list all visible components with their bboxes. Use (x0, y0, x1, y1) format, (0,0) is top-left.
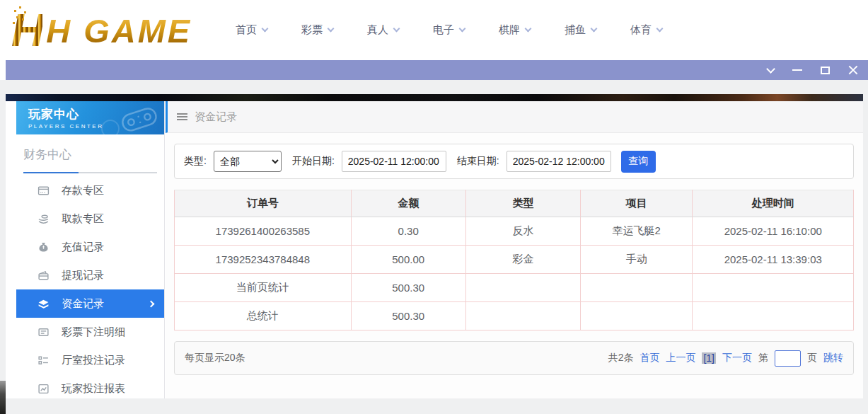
cell-label: 当前页统计 (175, 274, 352, 302)
site-logo[interactable]: H H GAME (11, 3, 192, 58)
search-button[interactable]: 查询 (621, 151, 656, 173)
cell-process-time: 2025-02-11 16:10:00 (693, 217, 854, 246)
app-window: 玩家中心 PLAYERS CENTER 财务中心 存款专区 (6, 101, 863, 398)
chevron-down-icon (328, 25, 335, 32)
total-count-text: 共2条 (608, 352, 634, 364)
sidebar-item-label: 资金记录 (62, 297, 104, 311)
sidebar-item-player-bet-report[interactable]: 玩家投注报表 (16, 374, 164, 403)
sidebar-item-lottery-bet-details[interactable]: 彩票下注明细 (16, 318, 164, 346)
cell-empty (581, 274, 693, 302)
cell-order-no: 1739252343784848 (175, 246, 352, 274)
sidebar-item-recharge-records[interactable]: 充值记录 (16, 233, 164, 261)
chevron-down-icon (262, 25, 269, 32)
page-heading-bar: 资金记录 (166, 101, 863, 133)
table-row-page-total: 当前页统计 500.30 (175, 274, 854, 302)
table-row-grand-total: 总统计 500.30 (175, 302, 854, 330)
records-table-wrap: 订单号 金额 类型 项目 处理时间 1739261400263585 0.30 (174, 190, 854, 330)
nav-item-fishing[interactable]: 捕鱼 (565, 23, 596, 37)
cell-amount: 0.30 (351, 217, 465, 246)
page-title: 资金记录 (195, 110, 237, 124)
hamburger-icon[interactable] (177, 113, 187, 115)
chart-report-icon (37, 383, 50, 395)
col-header-item: 项目 (581, 190, 693, 217)
end-date-input[interactable] (507, 151, 611, 172)
nav-item-home[interactable]: 首页 (236, 23, 267, 37)
sidebar-divider (23, 172, 157, 173)
page-number-input[interactable] (775, 350, 801, 367)
sidebar-item-withdrawal-records[interactable]: 提现记录 (16, 261, 164, 289)
cell-empty (581, 302, 693, 330)
col-header-process-time: 处理时间 (693, 190, 854, 217)
sidebar-item-withdraw-zone[interactable]: 取款专区 (16, 205, 164, 233)
window-minimize-icon[interactable] (792, 69, 802, 71)
sidebar-item-deposit-zone[interactable]: 存款专区 (16, 176, 164, 205)
sidebar-item-funds-records[interactable]: 资金记录 (16, 289, 164, 318)
background-photo-corner (0, 381, 6, 414)
cell-empty (693, 302, 854, 330)
chevron-down-icon (656, 25, 664, 32)
page: H H GAME 首页 彩票 真人 电子 棋牌 捕鱼 体育 玩家中心 PLAYE… (0, 0, 868, 414)
note-list-icon (37, 326, 50, 338)
chevron-down-icon (459, 25, 466, 32)
records-table: 订单号 金额 类型 项目 处理时间 1739261400263585 0.30 (174, 190, 854, 330)
sidebar-item-label: 彩票下注明细 (62, 326, 125, 339)
sidebar-menu: 存款专区 取款专区 充值记录 提现记录 资金记录 (16, 176, 164, 403)
start-date-label: 开始日期: (292, 155, 335, 168)
jump-link[interactable]: 跳转 (823, 352, 843, 364)
cell-item: 手动 (581, 246, 693, 274)
nav-item-live[interactable]: 真人 (367, 23, 399, 37)
nav-item-slots[interactable]: 电子 (433, 23, 465, 37)
cell-empty (693, 274, 854, 302)
cell-empty (465, 274, 580, 302)
window-maximize-icon[interactable] (821, 67, 830, 74)
cell-item: 幸运飞艇2 (581, 217, 693, 246)
sidebar: 玩家中心 PLAYERS CENTER 财务中心 存款专区 (16, 101, 165, 398)
cell-process-time: 2025-02-11 13:39:03 (693, 246, 854, 274)
col-header-order-no: 订单号 (175, 190, 352, 217)
chevron-right-icon (148, 300, 155, 307)
sidebar-item-label: 玩家投注报表 (62, 382, 125, 396)
logo-wordmark: H GAME (46, 11, 192, 50)
table-row: 1739252343784848 500.00 彩金 手动 2025-02-11… (175, 246, 854, 274)
per-page-text: 每页显示20条 (185, 352, 245, 364)
chevron-down-icon (525, 25, 532, 32)
sidebar-item-label: 取款专区 (62, 212, 104, 226)
cell-empty (465, 302, 580, 330)
current-page-badge: [1] (702, 352, 716, 364)
nav-label: 电子 (433, 23, 454, 37)
chevron-down-icon (393, 25, 400, 32)
nav-item-cards[interactable]: 棋牌 (499, 23, 531, 37)
type-select[interactable]: 全部 (214, 151, 282, 172)
cell-type: 彩金 (465, 246, 580, 274)
pagination-controls: 共2条 首页 上一页 [1] 下一页 第 页 跳转 (608, 350, 843, 367)
cell-amount: 500.30 (351, 302, 465, 330)
col-header-type: 类型 (465, 190, 580, 217)
start-date-input[interactable] (342, 151, 446, 172)
first-page-link[interactable]: 首页 (640, 352, 659, 364)
sidebar-item-label: 厅室投注记录 (62, 354, 125, 367)
nav-label: 首页 (236, 23, 257, 37)
table-header-row: 订单号 金额 类型 项目 处理时间 (175, 190, 854, 217)
window-collapse-icon[interactable] (766, 64, 775, 74)
checklist-icon (37, 355, 50, 367)
nav-item-lottery[interactable]: 彩票 (301, 23, 333, 37)
chevron-down-icon (591, 25, 598, 32)
nav-item-sports[interactable]: 体育 (630, 23, 662, 37)
banknotes-icon (37, 298, 50, 310)
nav-label: 真人 (367, 23, 388, 37)
page-prefix-text: 第 (758, 352, 768, 364)
sidebar-item-hall-bet-records[interactable]: 厅室投注记录 (16, 346, 164, 374)
logo-mark: H (11, 6, 42, 55)
next-page-link[interactable]: 下一页 (722, 352, 752, 364)
filter-panel: 类型: 全部 开始日期: 结束日期: 查询 (174, 144, 854, 179)
prev-page-link[interactable]: 上一页 (666, 352, 695, 364)
nav-label: 彩票 (301, 23, 323, 37)
page-suffix-text: 页 (807, 352, 817, 364)
cell-amount: 500.00 (351, 246, 465, 274)
cell-type: 反水 (465, 217, 580, 246)
window-close-icon[interactable] (848, 65, 858, 75)
type-label: 类型: (184, 155, 207, 168)
wallet-icon (37, 270, 50, 282)
main-nav: 首页 彩票 真人 电子 棋牌 捕鱼 体育 (236, 0, 662, 60)
sidebar-item-label: 提现记录 (62, 269, 104, 282)
